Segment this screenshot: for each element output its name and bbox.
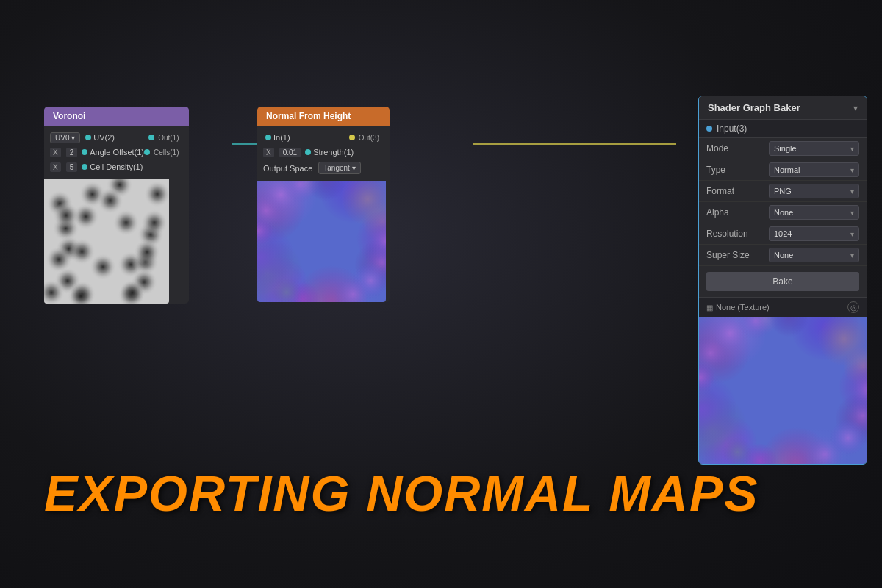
uv-select[interactable]: UV0 ▾ [50, 132, 80, 143]
cells-port [144, 149, 150, 155]
nfh-preview [257, 181, 386, 302]
normal-from-height-node: Normal From Height In(1) Out(3) X 0.01 S… [257, 107, 390, 302]
voronoi-celldensity-row: X 5 Cell Density(1) [44, 159, 189, 174]
nfh-in-port [265, 135, 271, 140]
texture-row: ▦ None (Texture) ◎ [699, 297, 867, 317]
texture-grid-icon: ▦ [706, 304, 713, 312]
baker-mode-row: Mode Single ▾ [699, 138, 867, 159]
page-title: Exporting Normal Maps [44, 465, 759, 522]
voronoi-body: UV0 ▾ UV(2) Out(1) X 2 Angle Offset(1) C… [44, 126, 189, 179]
voronoi-angle-row: X 2 Angle Offset(1) Cells(1) [44, 145, 189, 159]
strength-port [305, 149, 311, 155]
voronoi-header: Voronoi [44, 107, 189, 126]
baker-panel: Shader Graph Baker ▾ Input(3) Mode Singl… [698, 96, 867, 465]
nfh-outputspace-row: Output Space Tangent ▾ [257, 159, 390, 176]
mode-select[interactable]: Single ▾ [769, 141, 859, 156]
baker-input-section: Input(3) [699, 120, 867, 138]
uv-input-port [85, 135, 91, 140]
baker-type-row: Type Normal ▾ [699, 159, 867, 181]
alpha-select[interactable]: None ▾ [769, 205, 859, 220]
type-select[interactable]: Normal ▾ [769, 162, 859, 177]
voronoi-node: Voronoi UV0 ▾ UV(2) Out(1) X 2 Angle Off… [44, 107, 189, 304]
baker-supersize-row: Super Size None ▾ [699, 245, 867, 266]
tangent-select[interactable]: Tangent ▾ [318, 162, 360, 174]
bake-button[interactable]: Bake [706, 272, 859, 291]
texture-label: None (Texture) [716, 303, 847, 312]
nfh-body: In(1) Out(3) X 0.01 Strength(1) Output S… [257, 126, 390, 181]
resolution-select[interactable]: 1024 ▾ [769, 226, 859, 241]
nfh-in-row: In(1) Out(3) [257, 130, 390, 145]
angle-input-port [82, 149, 87, 155]
density-input-port [82, 164, 87, 170]
baker-title: Shader Graph Baker [708, 102, 800, 113]
voronoi-preview [44, 179, 169, 304]
nfh-strength-row: X 0.01 Strength(1) [257, 145, 390, 159]
input-dot [706, 126, 712, 132]
supersize-select[interactable]: None ▾ [769, 248, 859, 262]
baker-input-label: Input(3) [717, 123, 747, 134]
baker-preview [699, 317, 867, 464]
baker-chevron-icon[interactable]: ▾ [853, 103, 858, 113]
format-select[interactable]: PNG ▾ [769, 184, 859, 198]
baker-resolution-row: Resolution 1024 ▾ [699, 223, 867, 245]
nfh-out-port [349, 135, 355, 140]
baker-format-row: Format PNG ▾ [699, 181, 867, 202]
voronoi-uv-row: UV0 ▾ UV(2) Out(1) [44, 130, 189, 145]
baker-panel-header: Shader Graph Baker ▾ [699, 96, 867, 120]
nfh-header: Normal From Height [257, 107, 390, 126]
baker-alpha-row: Alpha None ▾ [699, 202, 867, 223]
texture-circle-icon[interactable]: ◎ [847, 301, 859, 313]
out1-port [148, 135, 154, 140]
